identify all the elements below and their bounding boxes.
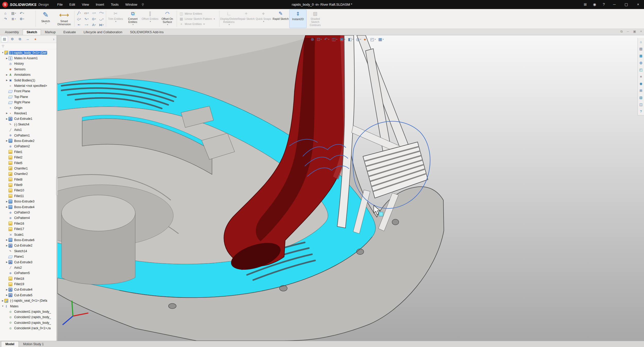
tab-sketch[interactable]: Sketch [23, 29, 41, 35]
user-icon[interactable]: ◉ [590, 0, 599, 9]
3d-viewport[interactable]: ⊕⊡▾↶▾◫▾▣▾◧▾◎▾●▾◰▾▦▾ ⌂▤▦◍◰≡◉⊞▧◫? [57, 35, 644, 341]
sketch-fillet-tool[interactable]: ◡▾ [98, 16, 105, 22]
configurationmanager-tab[interactable]: ⧉ [16, 36, 23, 42]
tree-item[interactable]: Right Plane [0, 100, 56, 105]
design-library-icon[interactable]: ▤ [638, 46, 643, 51]
viewport-close-icon[interactable]: × [640, 30, 642, 33]
tree-item[interactable]: Fillet18 [0, 276, 56, 281]
tree-item[interactable]: ▶Cut-Extrude1 [0, 116, 56, 122]
tree-item[interactable]: Front Plane [0, 89, 56, 94]
tree-item[interactable]: Fillet11 [0, 193, 56, 199]
3dexperience-marketplace-icon[interactable]: ⌂ [638, 39, 643, 44]
close-button[interactable]: × [632, 0, 644, 9]
trim-entities-button[interactable]: ✂Trim Entities▾ [107, 10, 124, 28]
expand-arrow-icon[interactable]: ▶ [5, 239, 9, 241]
help-icon[interactable]: ? [599, 0, 608, 9]
viewport-float-icon[interactable]: ⧉ [621, 30, 623, 33]
pane-help-icon[interactable]: ? [638, 109, 643, 114]
tree-item[interactable]: ▶Revolve1 [0, 111, 56, 116]
rectangle-tool[interactable]: ▭▾ [83, 10, 90, 16]
expand-arrow-icon[interactable]: ▶ [5, 289, 9, 291]
tree-item[interactable]: Scale1 [0, 232, 56, 237]
tree-item[interactable]: ▶Boss-Extrude2 [0, 138, 56, 143]
tree-item[interactable]: Coincident2 (rapids_body_ [0, 315, 56, 320]
tree-item[interactable]: Coincident3 (rapids_body_ [0, 320, 56, 325]
view-orientation-icon[interactable]: ▣▾ [338, 36, 346, 43]
text-tool[interactable]: A▾ [90, 22, 98, 28]
expand-arrow-icon[interactable]: ▶ [5, 112, 9, 114]
menu-edit[interactable]: Edit [66, 0, 78, 9]
tree-item[interactable]: ▶Cut-Extrude2 [0, 243, 56, 248]
menu-window[interactable]: Window [122, 0, 141, 9]
convert-entities-button[interactable]: ⧉Convert Entities▾ [124, 10, 141, 28]
tab-motion-study-1[interactable]: Motion Study 1 [19, 341, 48, 347]
view-settings-icon[interactable]: ▦▾ [377, 36, 385, 43]
linear-sketch-pattern-button[interactable]: ▦Linear Sketch Pattern▾ [179, 17, 218, 21]
tab-markup[interactable]: Markup [41, 29, 60, 35]
expand-arrow-icon[interactable]: ▶ [5, 57, 9, 60]
tree-item[interactable]: ▼(-) rapids_body_0<1> (Def [0, 50, 56, 55]
tree-item[interactable]: Sensors [0, 66, 56, 72]
previous-view-icon[interactable]: ↶▾ [323, 36, 331, 43]
tree-item[interactable]: CirPattern3 [0, 210, 56, 215]
expand-arrow-icon[interactable]: ▶ [5, 79, 9, 81]
displaymanager-tab[interactable]: ● [32, 36, 39, 42]
pin-icon[interactable]: ⚲ [142, 3, 144, 6]
tree-item[interactable]: CirPattern5 [0, 270, 56, 276]
tree-item[interactable]: ▶Mates in Assem1 [0, 55, 56, 61]
expand-arrow-icon[interactable]: ▶ [5, 200, 9, 203]
tree-item[interactable]: Axis2 [0, 265, 56, 270]
display-delete-relations-button[interactable]: ∟Display/Delete Relations▾ [220, 10, 238, 28]
offset-on-surface-button[interactable]: ◠Offset On Surface▾ [159, 10, 176, 28]
ellipse-tool[interactable]: ⊙▾ [90, 16, 98, 22]
tree-item[interactable]: Sketch14 [0, 248, 56, 254]
model-canvas[interactable] [57, 35, 644, 341]
rapid-sketch-button[interactable]: ✎Rapid Sketch [272, 10, 289, 28]
expand-arrow-icon[interactable]: ▼ [1, 305, 4, 307]
centerline-tool[interactable]: ┄▾ [83, 22, 90, 28]
filter-icon[interactable]: ▽ [2, 44, 4, 48]
mirror-entities-button[interactable]: ◫Mirror Entities [179, 12, 218, 16]
apply-scene-icon[interactable]: ◰▾ [369, 36, 377, 43]
sketch-button[interactable]: ✎Sketch▾ [36, 10, 55, 28]
expand-arrow-icon[interactable]: ▶ [5, 140, 9, 142]
edit-appearance-icon[interactable]: ●▾ [362, 36, 369, 43]
subscription-services-icon[interactable]: ▧ [638, 95, 643, 100]
new-document-button[interactable]: ▤▾ [10, 11, 18, 16]
file-explorer-icon[interactable]: ▦ [638, 53, 643, 58]
expand-arrow-icon[interactable]: ▶ [5, 294, 9, 296]
appearances-scenes-icon[interactable]: ◰ [638, 67, 643, 72]
tree-item[interactable]: Material <not specified> [0, 83, 56, 88]
propertymanager-tab[interactable]: ⚙ [9, 36, 16, 42]
tree-item[interactable]: Fillet9 [0, 182, 56, 188]
tree-item[interactable]: Fillet5 [0, 160, 56, 166]
expand-arrow-icon[interactable]: ▶ [5, 206, 9, 208]
move-entities-button[interactable]: +Move Entities▾ [179, 22, 218, 26]
redo-button[interactable]: ↷ [2, 16, 9, 22]
expand-arrow-icon[interactable]: ▶ [5, 261, 9, 263]
menu-insert[interactable]: Insert [92, 0, 108, 9]
viewport-restore-icon[interactable]: ▣ [633, 30, 636, 33]
minimize-button[interactable]: ─ [608, 0, 620, 9]
line-tool[interactable]: ╱▾ [75, 10, 83, 16]
tree-item[interactable]: Fillet10 [0, 188, 56, 193]
circle-tool[interactable]: ○▾ [90, 10, 98, 16]
toolbox-icon[interactable]: ◫ [638, 102, 643, 107]
solidworks-forum-icon[interactable]: ◉ [638, 81, 643, 86]
custom-properties-icon[interactable]: ≡ [638, 74, 643, 79]
arc-tool[interactable]: ◠▾ [98, 10, 105, 16]
shaded-sketch-contours-button[interactable]: ▨Shaded Sketch Contours [307, 10, 324, 28]
dimxpertmanager-tab[interactable]: ↔ [24, 36, 31, 42]
tree-item[interactable]: CirPattern4 [0, 215, 56, 221]
options-button[interactable]: ⚙▾ [18, 16, 26, 22]
tree-item[interactable]: Axis1 [0, 127, 56, 132]
spline-tool[interactable]: ∿▾ [83, 16, 90, 22]
polygon-tool[interactable]: ◇▾ [75, 16, 83, 22]
tree-item[interactable]: ▶Cut-Extrude3 [0, 259, 56, 265]
print-button[interactable]: ≣▾ [10, 16, 18, 22]
undo-button[interactable]: ↶▾ [18, 11, 26, 16]
expand-arrow-icon[interactable]: ▶ [1, 300, 4, 302]
tree-item[interactable]: ▶Cut-Extrude5 [0, 292, 56, 298]
tab-assembly[interactable]: Assembly [1, 29, 23, 35]
tree-item[interactable]: Coincident4 (rack_0<1>,ra [0, 326, 56, 331]
